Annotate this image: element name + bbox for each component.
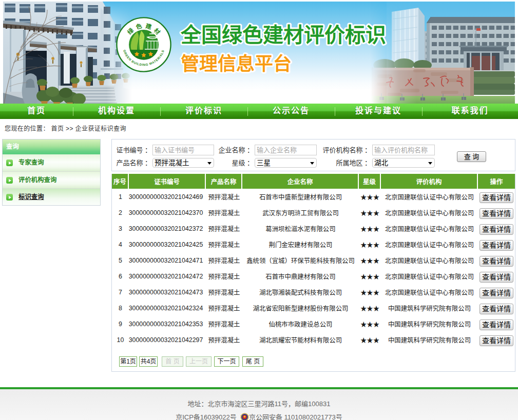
svg-text:全国绿色建材评价标识: 全国绿色建材评价标识 (180, 24, 386, 46)
svg-text:管理信息平台: 管理信息平台 (181, 53, 292, 74)
